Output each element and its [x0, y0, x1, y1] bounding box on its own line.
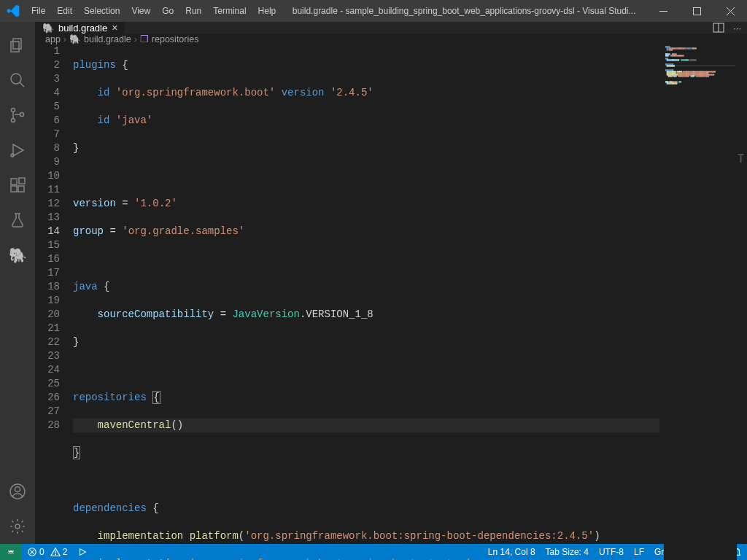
- chevron-right-icon: ›: [63, 34, 66, 44]
- close-button[interactable]: [713, 0, 747, 22]
- svg-point-16: [15, 487, 20, 492]
- test-icon[interactable]: [0, 203, 35, 238]
- menu-view[interactable]: View: [125, 6, 156, 16]
- svg-point-8: [20, 113, 24, 117]
- activity-bar: 🐘: [0, 22, 35, 544]
- breadcrumb-file[interactable]: build.gradle: [84, 34, 131, 44]
- window-controls: [646, 0, 747, 22]
- svg-point-7: [12, 119, 15, 122]
- split-editor-icon[interactable]: [713, 22, 724, 34]
- tab-close-icon[interactable]: ×: [112, 22, 117, 34]
- svg-rect-1: [693, 7, 700, 15]
- menu-run[interactable]: Run: [179, 6, 207, 16]
- settings-icon[interactable]: [0, 509, 35, 544]
- search-icon[interactable]: [0, 63, 35, 98]
- svg-line-5: [20, 82, 24, 87]
- overview-ruler-marker: T: [738, 152, 744, 166]
- editor[interactable]: 1234567891011121314151617181920212223242…: [35, 44, 747, 560]
- menu-selection[interactable]: Selection: [78, 6, 125, 16]
- breadcrumb-symbol[interactable]: repositories: [152, 34, 199, 44]
- run-debug-icon[interactable]: [0, 133, 35, 168]
- minimap[interactable]: ███████ { ██ ██████████████████████████ …: [664, 44, 737, 560]
- svg-marker-9: [13, 144, 23, 156]
- menu-bar: File Edit Selection View Go Run Terminal…: [26, 6, 282, 16]
- gradle-file-icon: 🐘: [42, 23, 54, 34]
- extensions-icon[interactable]: [0, 168, 35, 203]
- menu-file[interactable]: File: [26, 6, 51, 16]
- tab-build-gradle[interactable]: 🐘 build.gradle ×: [35, 22, 125, 34]
- breadcrumb-app[interactable]: app: [45, 34, 61, 44]
- remote-indicator[interactable]: [0, 544, 22, 560]
- code-content[interactable]: plugins { id 'org.springframework.boot' …: [73, 44, 747, 560]
- svg-rect-2: [13, 39, 21, 49]
- more-actions-icon[interactable]: ···: [733, 23, 741, 34]
- svg-point-4: [11, 74, 21, 84]
- editor-group: 🐘 build.gradle × ··· app › 🐘 build.gradl…: [35, 22, 747, 544]
- symbol-namespace-icon: ❒: [140, 34, 149, 44]
- title-bar: File Edit Selection View Go Run Terminal…: [0, 0, 747, 22]
- svg-rect-14: [19, 178, 25, 184]
- svg-rect-3: [11, 42, 19, 52]
- menu-terminal[interactable]: Terminal: [207, 6, 252, 16]
- tab-label: build.gradle: [58, 23, 107, 34]
- svg-rect-0: [659, 11, 667, 12]
- gradle-icon[interactable]: 🐘: [0, 238, 35, 273]
- chevron-right-icon: ›: [134, 34, 137, 44]
- source-control-icon[interactable]: [0, 98, 35, 133]
- maximize-button[interactable]: [680, 0, 713, 22]
- accounts-icon[interactable]: [0, 474, 35, 509]
- menu-edit[interactable]: Edit: [51, 6, 78, 16]
- vscode-icon: [0, 4, 26, 18]
- explorer-icon[interactable]: [0, 28, 35, 63]
- svg-rect-13: [18, 186, 24, 192]
- svg-point-17: [15, 524, 20, 529]
- gradle-file-icon: 🐘: [69, 34, 81, 44]
- breadcrumbs[interactable]: app › 🐘 build.gradle › ❒ repositories: [35, 34, 747, 44]
- svg-rect-12: [11, 186, 17, 192]
- svg-point-6: [12, 109, 15, 112]
- svg-point-10: [11, 154, 14, 157]
- menu-help[interactable]: Help: [252, 6, 282, 16]
- line-number-gutter: 1234567891011121314151617181920212223242…: [35, 44, 73, 560]
- menu-go[interactable]: Go: [156, 6, 179, 16]
- window-title: build.gradle - sample_building_spring_bo…: [282, 6, 646, 16]
- svg-rect-11: [11, 179, 17, 184]
- tab-bar: 🐘 build.gradle × ···: [35, 22, 747, 34]
- minimize-button[interactable]: [646, 0, 680, 22]
